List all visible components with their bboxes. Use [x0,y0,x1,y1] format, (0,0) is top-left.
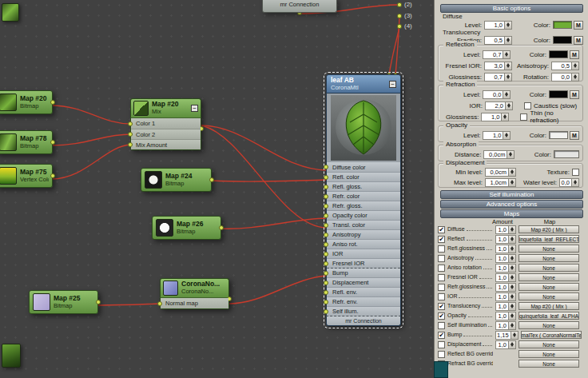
refraction-glossiness-spinner[interactable]: 1,0 [481,113,509,121]
spinner-arrows[interactable] [509,178,516,187]
spinner-arrows[interactable] [572,73,579,82]
map-amount-spinner[interactable]: 1,0 [495,321,516,330]
material-input-slot[interactable]: IOR [327,249,400,258]
map-amount-spinner[interactable]: 1,15 [495,331,518,340]
spinner-arrows[interactable] [511,331,518,340]
node-corona-normal[interactable]: CoronaNo...CoronaNo... Normal map [160,278,229,309]
input-socket[interactable] [324,281,328,285]
spinner-arrows[interactable] [505,21,512,30]
water-level-spinner[interactable]: 0,0 [559,178,579,187]
caustics-checkbox[interactable] [524,102,531,109]
fraction-spinner[interactable]: 0,5 [484,36,512,45]
map-amount-spinner[interactable]: 1,0 [495,235,516,244]
map-assignment-button[interactable]: inquefolia_leaf_REFLECT.jpg [518,235,579,243]
input-socket[interactable] [324,242,328,247]
diffuse-level-spinner[interactable]: 1,0 [484,21,512,30]
mr-connection-slot[interactable]: mr Connection [326,316,401,326]
reflection-glossiness-spinner[interactable]: 0,7 [484,73,512,82]
map-assignment-button[interactable]: quinquefolia_leaf_ALPHA.jpg [518,312,579,320]
material-input-slot[interactable]: Refl. gloss. [327,181,400,191]
input-socket[interactable] [324,252,328,257]
numbered-socket-3[interactable]: (3) [404,12,412,19]
node-map24-bitmap[interactable]: Map #24Bitmap [141,168,212,192]
opacity-map-button[interactable]: M [570,131,579,140]
input-socket[interactable] [324,213,328,218]
displacement-texture-box[interactable] [572,169,579,176]
spinner-arrows[interactable] [509,340,516,349]
refraction-level-spinner[interactable]: 0,0 [483,90,511,99]
refraction-color-swatch[interactable] [549,90,568,98]
node-input-slot[interactable]: Color 1 [131,118,201,129]
map-enable-checkbox[interactable] [438,274,445,281]
map-assignment-button[interactable]: None [518,340,579,348]
material-input-slot[interactable]: Refr. gloss. [327,201,400,210]
spinner-arrows[interactable] [503,50,511,59]
map-enable-checkbox[interactable] [438,332,445,339]
spinner-arrows[interactable] [509,245,516,253]
map-enable-checkbox[interactable] [438,255,445,262]
spinner-arrows[interactable] [572,178,579,187]
map-assignment-button[interactable]: None [518,321,579,329]
translucency-map-button[interactable]: M [574,36,583,45]
input-socket[interactable] [324,194,328,199]
input-socket[interactable] [324,271,328,276]
collapse-node-button[interactable] [389,81,396,88]
spinner-arrows[interactable] [502,113,509,121]
map-assignment-button[interactable]: None [518,273,579,281]
node-input-slot[interactable]: Normal map [161,298,228,308]
input-socket[interactable] [324,290,328,295]
input-socket[interactable] [324,309,328,314]
material-input-slot[interactable]: Opacity color [327,210,400,220]
map-enable-checkbox[interactable] [438,312,445,320]
material-input-slot[interactable]: Bump [327,268,400,277]
distance-spinner[interactable]: 0,0cm [483,150,514,159]
input-socket[interactable] [324,175,328,180]
map-assignment-button[interactable]: None [518,254,579,262]
input-socket[interactable] [324,261,328,266]
map-enable-checkbox[interactable] [438,303,445,310]
spinner-arrows[interactable] [509,283,516,292]
rollout-basic-options[interactable]: Basic options [440,4,583,13]
translucency-color-swatch[interactable] [553,36,572,44]
map-amount-spinner[interactable]: 1,0 [495,254,516,263]
absorption-color-swatch[interactable] [554,150,579,158]
map-amount-spinner[interactable]: 1,0 [495,273,516,282]
reflection-map-button[interactable]: M [570,50,579,59]
spinner-arrows[interactable] [507,150,514,159]
map-enable-checkbox[interactable] [438,322,445,329]
node-map20-mix[interactable]: Map #20Mix Color 1 Color 2 [130,98,201,150]
map-assignment-button[interactable]: None [518,292,579,300]
material-input-slot[interactable]: Refr. color [327,191,400,201]
map-assignment-button[interactable]: None [518,264,579,272]
numbered-socket-2[interactable]: (2) [404,1,412,8]
spinner-arrows[interactable] [506,101,513,110]
ior-spinner[interactable]: 2,0 [485,101,513,110]
spinner-arrows[interactable] [509,264,516,273]
reflection-level-spinner[interactable]: 0,7 [483,50,511,59]
offscreen-node-thumbnail[interactable] [2,3,19,22]
spinner-arrows[interactable] [503,131,511,140]
spinner-arrows[interactable] [503,90,511,99]
input-socket[interactable] [128,121,133,126]
output-socket[interactable] [50,173,55,178]
diffuse-map-button[interactable]: M [574,21,583,30]
reflection-color-swatch[interactable] [549,50,568,58]
anisotropy-spinner[interactable]: 0,5 [551,62,579,70]
map-enable-checkbox[interactable] [438,236,445,243]
node-map20-bitmap[interactable]: Map #20Bitmap [0,90,53,114]
map-amount-spinner[interactable]: 1,0 [495,264,516,273]
map-assignment-button[interactable]: None [518,283,579,291]
spinner-arrows[interactable] [509,273,516,282]
map-assignment-button[interactable]: Map #20 ( Mix ) [518,225,579,233]
spinner-arrows[interactable] [509,292,516,301]
spinner-arrows[interactable] [509,312,516,320]
map-assignment-button[interactable]: None [518,360,579,368]
input-socket[interactable] [324,165,328,169]
input-socket[interactable] [128,142,133,147]
map-enable-checkbox[interactable] [438,245,445,253]
input-socket[interactable] [324,300,328,304]
spinner-arrows[interactable] [505,62,512,70]
refraction-map-button[interactable]: M [570,90,579,99]
map-amount-spinner[interactable]: 1,0 [495,225,516,234]
material-input-slot[interactable]: Anisotropy [327,229,400,239]
